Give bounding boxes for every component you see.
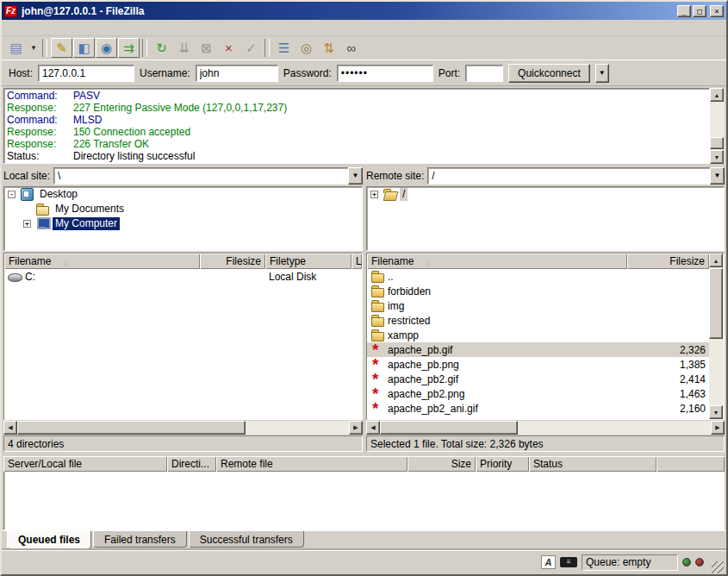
host-input[interactable] — [38, 65, 134, 82]
column-header-status[interactable]: Status — [529, 456, 656, 472]
username-input[interactable] — [196, 65, 278, 82]
column-header-priority[interactable]: Priority — [476, 456, 529, 472]
refresh-button[interactable]: ↻ — [151, 38, 172, 58]
remote-horizontal-scrollbar[interactable]: ◀ ▶ — [366, 420, 725, 435]
menu-item[interactable] — [3, 26, 19, 29]
scroll-left-icon[interactable]: ◀ — [3, 421, 17, 435]
port-input[interactable] — [465, 65, 503, 82]
expander-icon[interactable]: - — [8, 191, 16, 198]
column-header-filesize[interactable]: Filesize — [200, 254, 265, 269]
expander-icon[interactable]: + — [23, 220, 31, 228]
expander-icon[interactable]: + — [370, 191, 378, 198]
column-header-filesize[interactable]: Filesize — [627, 254, 709, 269]
separator — [42, 39, 47, 57]
tree-item-desktop[interactable]: - Desktop — [4, 187, 362, 202]
apache_pb2.png[interactable]: apache_pb2.png 1,463 — [367, 386, 709, 401]
disconnect-button[interactable]: × — [218, 38, 240, 58]
filter-button[interactable]: ☰ — [273, 38, 295, 58]
transfer-type-icon[interactable]: A — [541, 555, 556, 569]
column-header-filetype[interactable]: Filetype — [265, 254, 352, 269]
remote-site-input[interactable] — [427, 167, 710, 185]
apache_pb2.gif[interactable]: apache_pb2.gif 2,414 — [367, 372, 709, 386]
title-bar: Fz john@127.0.0.1 - FileZilla _ □ × — [2, 2, 726, 20]
scrollbar-thumb[interactable] — [710, 137, 724, 149]
xampp[interactable]: xampp — [367, 328, 709, 342]
folder-icon — [370, 314, 386, 327]
quickconnect-dropdown-icon[interactable]: ▼ — [595, 64, 609, 83]
combo-dropdown-icon[interactable]: ▼ — [710, 167, 725, 185]
computer-icon — [35, 217, 51, 230]
menu-item[interactable] — [96, 26, 112, 29]
quickconnect-bar: Host: Username: Password: Port: Quickcon… — [2, 60, 726, 86]
column-header-filename[interactable]: Filename△ — [367, 254, 627, 269]
menu-item[interactable] — [65, 26, 81, 29]
apache_pb.gif[interactable]: apache_pb.gif 2,326 — [367, 342, 709, 357]
find-button[interactable]: ∞ — [340, 38, 362, 58]
folder-icon — [370, 329, 386, 341]
column-header-size[interactable]: Size — [408, 456, 476, 472]
password-input[interactable] — [337, 65, 433, 82]
remote-vertical-scrollbar[interactable]: ▲ ▼ — [709, 254, 724, 419]
column-header-lastmodified[interactable]: L — [352, 254, 362, 269]
close-button[interactable]: × — [710, 5, 724, 17]
local-file-row[interactable]: C: Local Disk — [4, 269, 362, 284]
sync-browsing-button[interactable]: ⇅ — [318, 38, 339, 58]
toggle-local-tree-button[interactable]: ◧ — [73, 38, 95, 58]
maximize-button[interactable]: □ — [693, 5, 706, 17]
forbidden[interactable]: forbidden — [367, 284, 709, 298]
scroll-up-icon[interactable]: ▲ — [710, 88, 724, 102]
tree-item-my-documents[interactable]: My Documents — [4, 202, 362, 216]
menu-item[interactable] — [34, 26, 50, 29]
remote-tree-pane: Remote site: ▼ + / — [366, 167, 725, 251]
speed-limit-icon[interactable]: ≡ — [560, 557, 577, 567]
tree-item-my-computer[interactable]: + My Computer — [4, 216, 362, 231]
combo-dropdown-icon[interactable]: ▼ — [348, 167, 363, 185]
scroll-right-icon[interactable]: ▶ — [711, 421, 725, 435]
site-manager-dropdown[interactable]: ▾ — [28, 38, 40, 58]
restricted[interactable]: restricted — [367, 313, 709, 328]
column-header-direction[interactable]: Directi... — [167, 456, 216, 472]
queue-tabs: Queued files Failed transfers Successful… — [2, 530, 726, 550]
reconnect-button[interactable]: ✓ — [240, 38, 262, 58]
column-header-remote-file[interactable]: Remote file — [216, 456, 408, 472]
tab-successful-transfers[interactable]: Successful transfers — [189, 531, 304, 548]
menu-item[interactable] — [19, 26, 34, 29]
resize-grip[interactable] — [712, 561, 724, 573]
column-header-filename[interactable]: Filename△ — [4, 254, 200, 269]
cancel-button[interactable]: ⊠ — [196, 38, 217, 58]
scrollbar-thumb[interactable] — [17, 421, 246, 435]
column-header-server-local-file[interactable]: Server/Local file — [3, 456, 167, 472]
tab-queued-files[interactable]: Queued files — [7, 531, 91, 549]
tree-item-root[interactable]: + / — [367, 187, 724, 202]
tab-failed-transfers[interactable]: Failed transfers — [93, 531, 187, 548]
minimize-button[interactable]: _ — [677, 5, 691, 17]
local-site-input[interactable] — [53, 167, 348, 185]
scroll-left-icon[interactable]: ◀ — [366, 421, 380, 435]
quickconnect-button[interactable]: Quickconnect — [508, 64, 590, 83]
process-queue-button[interactable]: ⇊ — [173, 38, 195, 58]
img[interactable]: img — [367, 298, 709, 313]
apache_pb2_ani.gif[interactable]: apache_pb2_ani.gif 2,160 — [367, 401, 709, 416]
apache_pb.png[interactable]: apache_pb.png 1,385 — [367, 357, 709, 372]
scroll-down-icon[interactable]: ▼ — [710, 150, 724, 164]
menu-item[interactable] — [50, 26, 65, 29]
toggle-message-log-button[interactable]: ✎ — [51, 38, 72, 58]
menu-item[interactable] — [81, 26, 96, 29]
scrollbar-thumb[interactable] — [709, 268, 723, 339]
scrollbar-thumb[interactable] — [380, 421, 518, 435]
column-header-empty — [656, 456, 725, 472]
remote-site-combo[interactable]: ▼ — [427, 167, 725, 185]
site-manager-button[interactable]: ▤ — [5, 38, 27, 58]
scroll-down-icon[interactable]: ▼ — [709, 405, 723, 419]
local-site-combo[interactable]: ▼ — [53, 167, 363, 185]
host-label: Host: — [9, 67, 33, 79]
compare-button[interactable]: ◎ — [296, 38, 317, 58]
toggle-queue-button[interactable]: ⇉ — [118, 38, 140, 58]
scroll-right-icon[interactable]: ▶ — [349, 421, 363, 435]
log-line: Response: 150 Connection accepted — [4, 126, 709, 138]
scroll-up-icon[interactable]: ▲ — [709, 254, 723, 267]
..[interactable]: .. — [367, 269, 709, 284]
log-scrollbar[interactable]: ▲ ▼ — [710, 88, 725, 164]
toggle-remote-tree-button[interactable]: ◉ — [96, 38, 117, 58]
local-horizontal-scrollbar[interactable]: ◀ ▶ — [3, 420, 363, 435]
